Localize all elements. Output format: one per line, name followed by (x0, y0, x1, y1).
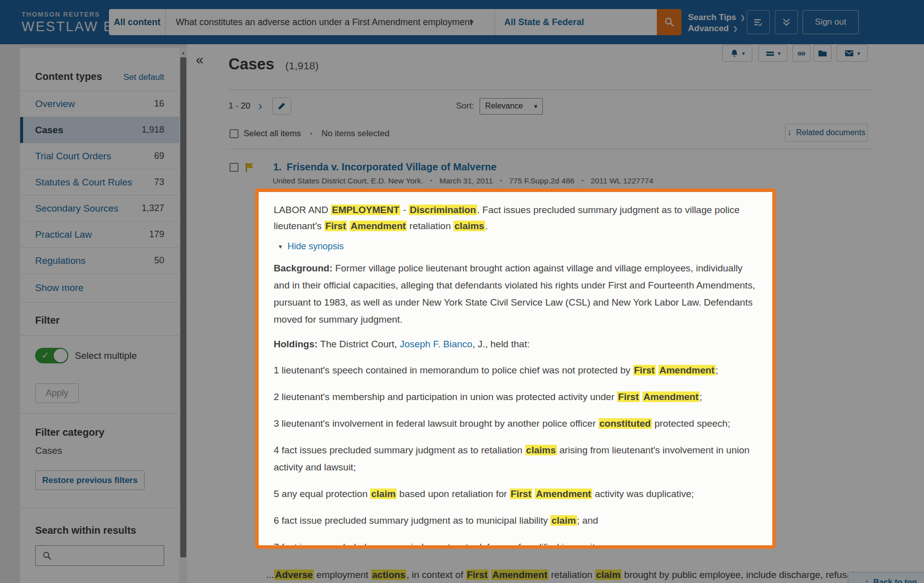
search-bar: All content What constitutes an adverse … (109, 9, 657, 35)
chevron-right-icon: ❯ (740, 12, 745, 23)
toggle-knob (54, 349, 67, 362)
westlaw-results-page: THOMSON REUTERS WESTLAW EDGE All content… (0, 0, 924, 583)
restore-previous-filters-button[interactable]: Restore previous filters (35, 470, 145, 490)
apply-button[interactable]: Apply (35, 383, 79, 403)
search-input[interactable]: What constitutes an adverse action under… (166, 9, 495, 35)
content-scope-dropdown[interactable]: All content (109, 9, 166, 35)
selection-status: No items selected (321, 129, 389, 139)
collapse-sidebar-icon[interactable]: « (196, 52, 203, 68)
jurisdiction-selector[interactable]: All State & Federal (495, 9, 657, 35)
holding-item: 7 fact issue precluded summary judgment … (274, 539, 759, 549)
results-toolbar: 1 - 20 › Sort: Relevance ▾ (228, 97, 874, 115)
sidebar-item-label: Trial Court Orders (35, 151, 111, 162)
copy-link-button[interactable] (792, 45, 811, 62)
select-all-label: Select all items (244, 129, 301, 139)
advanced-label: Advanced (688, 23, 729, 34)
case-title-link[interactable]: Frisenda v. Incorporated Village of Malv… (287, 161, 497, 173)
list-check-icon (752, 16, 764, 28)
arrow-up-icon: ↑ (865, 578, 869, 583)
display-options-button[interactable]: ▾ (758, 45, 787, 62)
show-more-link[interactable]: Show more (20, 274, 179, 303)
synopsis-headline: LABOR AND EMPLOYMENT - Discrimination. F… (274, 202, 759, 234)
case-result-header: 1. Frisenda v. Incorporated Village of M… (229, 161, 497, 173)
arrow-down-icon: ↓ (787, 128, 792, 138)
sidebar-item-count: 179 (149, 229, 164, 240)
bullet-separator: • (310, 130, 312, 138)
case-checkbox[interactable] (229, 163, 239, 172)
expand-menu-button[interactable] (775, 10, 798, 34)
search-tips-link[interactable]: Search Tips ❯ (688, 12, 745, 23)
filter-category-title: Filter category (20, 414, 179, 438)
set-default-link[interactable]: Set default (124, 72, 164, 82)
back-to-top-button[interactable]: ↑ Back to top (848, 572, 924, 583)
holding-item: 5 any equal protection claim based upon … (274, 485, 759, 503)
filter-title: Filter (20, 303, 179, 336)
sidebar-item-secondary-sources[interactable]: Secondary Sources1,327 (20, 196, 179, 222)
search-query-text: What constitutes an adverse action under… (176, 17, 472, 28)
research-history-button[interactable] (747, 10, 770, 34)
sidebar-item-count: 69 (154, 151, 164, 161)
holding-item: 6 fact issue precluded summary judgment … (274, 512, 759, 529)
sidebar-item-label: Secondary Sources (35, 203, 119, 214)
sidebar-item-practical-law[interactable]: Practical Law179 (20, 222, 179, 248)
sidebar-item-count: 50 (154, 255, 164, 266)
bullet-separator: • (500, 177, 502, 184)
select-multiple-toggle[interactable]: ✓ (35, 348, 68, 363)
envelope-icon (844, 48, 854, 58)
content-types-title: Content types (35, 71, 102, 82)
sidebar-item-regulations[interactable]: Regulations50 (20, 248, 179, 274)
sidebar-scrollbar[interactable]: ▲ (179, 48, 187, 583)
select-all-checkbox[interactable] (229, 129, 239, 138)
sort-control: Sort: Relevance ▾ (456, 97, 543, 115)
sign-out-button[interactable]: Sign out (802, 10, 859, 34)
divider (228, 89, 874, 90)
next-page-icon[interactable]: › (258, 101, 262, 112)
alert-button[interactable]: ▾ (722, 45, 752, 62)
synopsis-holdings-intro: Holdings: The District Court, Joseph F. … (274, 336, 759, 353)
chevron-down-icon: ▾ (778, 50, 781, 57)
filter-category-value: Cases (20, 438, 179, 456)
bell-icon (730, 49, 739, 58)
deliver-email-button[interactable]: ▾ (837, 45, 868, 62)
flag-icon[interactable] (245, 162, 255, 172)
sort-value: Relevance (485, 102, 523, 111)
hide-synopsis-link[interactable]: Hide synopsis (288, 241, 344, 252)
search-tips-label: Search Tips (688, 12, 736, 23)
sort-select[interactable]: Relevance ▾ (480, 98, 543, 115)
search-icon (42, 550, 53, 561)
check-icon: ✓ (42, 350, 49, 361)
sidebar-item-count: 73 (154, 177, 164, 187)
content-types-header: Content types Set default (20, 48, 179, 90)
case-meta-item: United States District Court, E.D. New Y… (273, 176, 423, 185)
related-documents-button[interactable]: ↓ Related documents (785, 124, 868, 142)
bullet-separator: • (582, 177, 584, 184)
folder-icon (818, 48, 828, 58)
holding-item: 2 lieutenant's membership and participat… (274, 388, 759, 406)
select-multiple-row: ✓ Select multiple (20, 336, 179, 363)
sidebar-item-count: 1,918 (142, 125, 164, 135)
holding-item: 4 fact issues precluded summary judgment… (274, 442, 759, 476)
advanced-search-link[interactable]: Advanced ❯ (688, 23, 745, 34)
search-within-input[interactable] (35, 545, 164, 566)
sidebar-item-trial-court-orders[interactable]: Trial Court Orders69 (20, 143, 179, 169)
divider (228, 149, 874, 149)
scrollbar-thumb[interactable] (180, 57, 186, 557)
sidebar-item-label: Practical Law (35, 229, 92, 240)
sidebar-filters: Content types Set default Overview16Case… (20, 48, 179, 583)
judge-link[interactable]: Joseph F. Bianco (400, 339, 473, 349)
select-multiple-label: Select multiple (75, 350, 137, 361)
holding-item: 3 lieutenant's involvement in federal la… (274, 415, 759, 432)
scrollbar-up-arrow[interactable]: ▲ (179, 48, 187, 55)
sidebar-item-cases[interactable]: Cases1,918 (20, 117, 179, 143)
sidebar-item-overview[interactable]: Overview16 (20, 91, 179, 117)
sidebar-item-label: Regulations (35, 255, 85, 266)
detail-level-icon (765, 49, 775, 58)
edit-search-button[interactable] (272, 98, 291, 115)
triangle-down-icon: ▾ (279, 243, 282, 250)
sidebar-item-statutes-court-rules[interactable]: Statutes & Court Rules73 (20, 169, 179, 196)
search-button[interactable] (657, 9, 681, 35)
case-meta-item: March 31, 2011 (439, 176, 493, 185)
chevron-down-icon[interactable]: ▾ (470, 18, 474, 27)
chevron-down-icon: ▾ (857, 50, 860, 57)
save-to-folder-button[interactable] (814, 45, 832, 62)
